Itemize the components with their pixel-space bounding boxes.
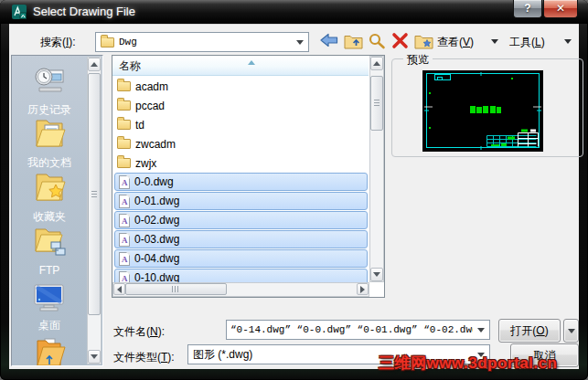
place-label: FTP xyxy=(12,264,87,277)
place-label: 我的文档 xyxy=(12,155,87,171)
dwg-file-icon xyxy=(119,214,130,227)
folder-icon xyxy=(117,81,131,91)
open-split-button[interactable] xyxy=(563,319,579,343)
delete-button[interactable] xyxy=(389,32,411,52)
folder-icon xyxy=(117,120,131,130)
orange-folder-icon xyxy=(33,334,66,366)
scroll-down-button[interactable] xyxy=(88,350,101,364)
back-button[interactable] xyxy=(318,32,340,52)
triangle-left-icon xyxy=(113,286,122,293)
view-menu-chevron-down-icon[interactable] xyxy=(491,39,498,48)
cad-app-icon xyxy=(12,5,27,19)
tools-menu-chevron-down-icon[interactable] xyxy=(564,39,572,48)
favorites-icon xyxy=(33,171,66,207)
scrollbar-thumb[interactable] xyxy=(88,73,101,315)
list-item[interactable]: pccad xyxy=(113,96,369,115)
titlebar[interactable]: Select Drawing File ? ✕ xyxy=(0,0,588,24)
look-in-combobox[interactable]: Dwg xyxy=(95,32,309,52)
list-item-selected[interactable]: 0-02.dwg xyxy=(114,211,368,229)
preview-label: 预览 xyxy=(403,52,433,68)
folder-icon xyxy=(117,139,131,149)
sort-ascending-icon xyxy=(248,57,255,65)
folder-icon xyxy=(117,100,131,111)
dwg-file-icon xyxy=(119,195,130,208)
place-ftp[interactable]: FTP xyxy=(12,226,87,277)
list-item[interactable]: zwcadm xyxy=(113,134,369,153)
look-in-label: 搜索(I): xyxy=(40,35,76,50)
chevron-down-icon xyxy=(296,40,304,48)
place-label: 历史记录 xyxy=(12,102,87,118)
list-item[interactable]: td xyxy=(113,115,369,134)
scroll-down-button[interactable] xyxy=(370,268,383,281)
tools-menu[interactable]: 工具(L) xyxy=(509,35,545,50)
ftp-icon xyxy=(33,226,66,262)
close-button[interactable]: ✕ xyxy=(543,0,578,18)
triangle-down-icon xyxy=(373,272,380,280)
dwg-file-icon xyxy=(119,271,130,283)
help-button[interactable]: ? xyxy=(513,0,542,18)
back-arrow-icon xyxy=(319,32,339,52)
places-bar: 历史记录 我的文档 收藏夹 FTP 桌面 xyxy=(11,55,103,366)
file-rows: acadm pccad td zwcadm zwjx 0-0.dwg 0-01.… xyxy=(113,77,369,282)
search-button[interactable] xyxy=(366,32,388,52)
file-list: 名称 acadm pccad td zwcadm zwjx 0-0.dwg 0-… xyxy=(112,55,385,298)
history-icon xyxy=(32,64,67,100)
delete-x-icon xyxy=(390,32,410,53)
magnifier-icon xyxy=(368,32,386,53)
scroll-up-button[interactable] xyxy=(370,57,383,70)
scrollbar-thumb[interactable] xyxy=(125,283,227,295)
dwg-file-icon xyxy=(119,233,130,247)
select-drawing-file-dialog: Select Drawing File ? ✕ 搜索(I): Dwg 查看(V)… xyxy=(0,0,588,380)
list-vertical-scrollbar[interactable] xyxy=(369,56,384,282)
place-my-documents[interactable]: 我的文档 xyxy=(12,117,87,171)
list-item[interactable]: zwjx xyxy=(113,153,369,173)
list-item-selected[interactable]: 0-10.dwg xyxy=(114,269,368,282)
new-folder-icon xyxy=(414,32,433,53)
list-item-selected[interactable]: 0-03.dwg xyxy=(114,230,368,248)
list-item[interactable]: acadm xyxy=(113,77,369,96)
scroll-right-button[interactable] xyxy=(357,283,369,295)
filetype-label: 文件类型(T): xyxy=(113,350,175,365)
list-horizontal-scrollbar[interactable] xyxy=(112,282,369,297)
desktop-icon xyxy=(33,281,66,316)
my-documents-icon xyxy=(33,117,66,153)
drawing-preview-image xyxy=(422,70,543,152)
folder-icon xyxy=(117,158,131,168)
preview-group: 预览 xyxy=(391,58,583,157)
filename-value: “0-14.dwg” “0-0.dwg” “0-01.dwg” “0-02.dw… xyxy=(227,324,473,335)
list-item-selected[interactable]: 0-0.dwg xyxy=(114,173,368,191)
scrollbar-thumb[interactable] xyxy=(370,76,383,131)
list-item-selected[interactable]: 0-01.dwg xyxy=(114,192,368,210)
dwg-file-icon xyxy=(119,175,130,189)
watermark: 三维网www.3dportal.cn xyxy=(379,353,557,374)
look-in-value: Dwg xyxy=(119,37,292,48)
name-column-header[interactable]: 名称 xyxy=(112,56,369,76)
triangle-down-icon xyxy=(91,354,98,363)
chevron-down-icon xyxy=(568,329,575,337)
scroll-up-button[interactable] xyxy=(88,58,101,71)
window-title: Select Drawing File xyxy=(33,5,135,18)
place-folder-partial[interactable] xyxy=(12,334,87,366)
list-item-selected[interactable]: 0-04.dwg xyxy=(114,249,368,268)
place-history[interactable]: 历史记录 xyxy=(12,64,87,118)
view-menu[interactable]: 查看(V) xyxy=(437,35,474,50)
dwg-file-icon xyxy=(119,252,130,266)
filename-label: 文件名(N): xyxy=(113,324,165,340)
place-desktop[interactable]: 桌面 xyxy=(12,281,87,333)
chevron-down-icon xyxy=(477,328,485,336)
places-scrollbar[interactable] xyxy=(87,57,102,364)
scroll-left-button[interactable] xyxy=(113,283,125,295)
place-label: 桌面 xyxy=(12,318,87,333)
new-folder-button[interactable] xyxy=(412,32,434,52)
up-one-level-button[interactable] xyxy=(342,32,364,52)
open-button[interactable]: 打开(O) xyxy=(498,319,561,343)
filename-combobox[interactable]: “0-14.dwg” “0-0.dwg” “0-01.dwg” “0-02.dw… xyxy=(226,320,490,340)
triangle-up-icon xyxy=(91,58,98,67)
place-favorites[interactable]: 收藏夹 xyxy=(12,171,87,225)
triangle-up-icon xyxy=(373,58,380,66)
up-folder-icon xyxy=(344,32,363,53)
place-label: 收藏夹 xyxy=(12,209,87,225)
folder-icon xyxy=(101,37,114,48)
triangle-right-icon xyxy=(360,286,369,293)
